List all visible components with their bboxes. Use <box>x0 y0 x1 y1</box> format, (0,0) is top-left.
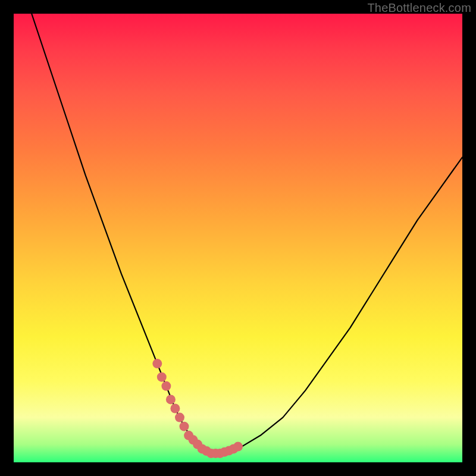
curve-svg <box>14 14 462 462</box>
chart-frame: TheBottleneck.com <box>0 0 476 476</box>
highlight-dot <box>161 381 171 391</box>
highlight-dot <box>152 359 162 368</box>
highlight-dot <box>166 394 176 404</box>
bottleneck-curve <box>32 14 462 453</box>
min-region-highlight <box>152 359 243 458</box>
highlight-dot <box>170 404 180 414</box>
plot-area <box>14 14 462 462</box>
highlight-dot <box>233 442 243 452</box>
highlight-dot <box>175 413 184 422</box>
watermark-text: TheBottleneck.com <box>367 1 471 15</box>
highlight-dot <box>180 422 189 431</box>
highlight-dot <box>157 372 167 382</box>
